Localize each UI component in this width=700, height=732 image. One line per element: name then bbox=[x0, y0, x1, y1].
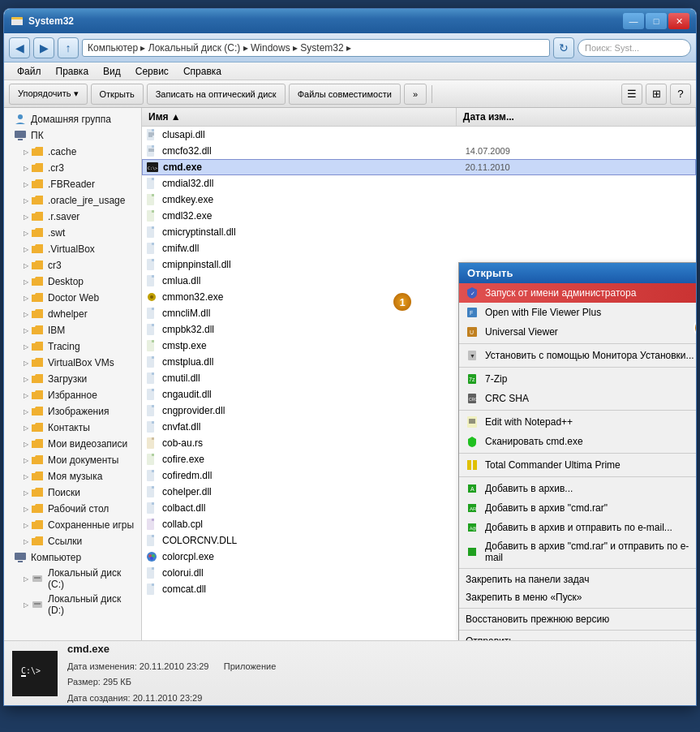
ctx-archive-email[interactable]: A@ Добавить в архив и отправить по e-mai… bbox=[459, 518, 696, 537]
sidebar-item-searches[interactable]: ▷ Поиски bbox=[4, 484, 141, 501]
sidebar-vms-label: VirtualBox VMs bbox=[48, 357, 114, 368]
sidebar-item-homegroup[interactable]: Домашняя группа bbox=[4, 111, 141, 127]
menu-file[interactable]: Файл bbox=[11, 64, 48, 79]
file-row[interactable]: cmifw.dll bbox=[142, 240, 696, 256]
sidebar-item-fbreader[interactable]: ▷ .FBReader bbox=[4, 176, 141, 192]
sidebar-item-dwhelper[interactable]: ▷ dwhelper bbox=[4, 306, 141, 322]
sidebar-item-computer[interactable]: Компьютер bbox=[4, 549, 141, 566]
ctx-archive-email-label: Добавить в архив и отправить по e-mail..… bbox=[485, 522, 696, 533]
close-button[interactable]: ✕ bbox=[668, 13, 689, 29]
ctx-universal-viewer[interactable]: U Universal Viewer bbox=[459, 322, 696, 342]
sidebar-item-cr3[interactable]: ▷ .cr3 bbox=[4, 160, 141, 176]
sidebar-item-music[interactable]: ▷ Моя музыка bbox=[4, 468, 141, 484]
sidebar-item-docs[interactable]: ▷ Мои документы bbox=[4, 452, 141, 468]
file-row[interactable]: cmdial32.dll bbox=[142, 175, 696, 192]
menu-service[interactable]: Сервис bbox=[129, 64, 175, 79]
drive-d-icon bbox=[31, 598, 44, 611]
sidebar-item-swt[interactable]: ▷ .swt bbox=[4, 225, 141, 241]
up-button[interactable]: ↑ bbox=[58, 37, 79, 58]
file-row[interactable]: cmcfo32.dll 14.07.2009 bbox=[142, 143, 696, 159]
file-row[interactable]: clusapi.dll bbox=[142, 127, 696, 143]
ctx-add-rar[interactable]: AR Добавить в архив "cmd.rar" bbox=[459, 498, 696, 518]
file-row[interactable]: cmdkey.exe bbox=[142, 192, 696, 208]
sidebar-item-workdesk[interactable]: ▷ Рабочий стол bbox=[4, 501, 141, 517]
maximize-button[interactable]: □ bbox=[646, 13, 667, 29]
file-name: cofiredm.dll bbox=[162, 470, 466, 481]
more-button[interactable]: » bbox=[404, 84, 427, 105]
menu-help[interactable]: Справка bbox=[177, 64, 228, 79]
ctx-notepad[interactable]: Edit with Notepad++ bbox=[459, 412, 696, 432]
sidebar-item-links[interactable]: ▷ Ссылки bbox=[4, 533, 141, 549]
sidebar-item-drive-c[interactable]: ▷ Локальный диск (C:) bbox=[4, 566, 141, 592]
open-button[interactable]: Открыть bbox=[91, 84, 144, 105]
burn-button[interactable]: Записать на оптический диск bbox=[147, 84, 286, 105]
file-row[interactable]: cmdl32.exe bbox=[142, 208, 696, 224]
file-name: cmstplua.dll bbox=[162, 356, 466, 368]
svg-rect-35 bbox=[152, 243, 154, 245]
svg-rect-1 bbox=[11, 19, 23, 25]
view-details-button[interactable]: ☰ bbox=[621, 84, 642, 105]
view-icons-button[interactable]: ⊞ bbox=[646, 84, 667, 105]
sidebar-item-desktop[interactable]: ▷ Desktop bbox=[4, 273, 141, 290]
address-path[interactable]: Компьютер ▸ Локальный диск (C:) ▸ Window… bbox=[82, 39, 550, 57]
svg-text:▼: ▼ bbox=[470, 353, 475, 359]
ctx-totalcommander[interactable]: Total Commander Ultima Prime ▶ bbox=[459, 455, 696, 475]
compat-button[interactable]: Файлы совместимости bbox=[289, 84, 401, 105]
ctx-open-fileviewer[interactable]: F Open with File Viewer Plus bbox=[459, 303, 696, 322]
folder-icon-wd bbox=[31, 502, 44, 515]
sidebar-item-contacts[interactable]: ▷ Контакты bbox=[4, 420, 141, 436]
col-header-date[interactable]: Дата изм... bbox=[457, 108, 696, 126]
sidebar-item-savedgames[interactable]: ▷ Сохраненные игры bbox=[4, 517, 141, 533]
ctx-notepad-label: Edit with Notepad++ bbox=[485, 416, 696, 428]
menu-edit[interactable]: Правка bbox=[49, 64, 96, 79]
sidebar-item-favorites[interactable]: ▷ Избранное bbox=[4, 387, 141, 403]
sidebar-item-vbox[interactable]: ▷ .VirtualBox bbox=[4, 241, 141, 257]
ctx-send[interactable]: Отправить ▶ bbox=[459, 632, 696, 640]
sidebar-downloads-label: Загрузки bbox=[48, 373, 87, 385]
ctx-crc[interactable]: CRC CRC SHA ▶ bbox=[459, 389, 696, 408]
ctx-7zip[interactable]: 7z 7-Zip ▶ bbox=[459, 369, 696, 389]
ctx-pin-start[interactable]: Закрепить в меню «Пуск» bbox=[459, 588, 696, 606]
folder-icon-cr3b bbox=[31, 259, 44, 272]
sidebar-item-videos[interactable]: ▷ Мои видеозаписи bbox=[4, 436, 141, 452]
sidebar-item-cr3b[interactable]: ▷ cr3 bbox=[4, 257, 141, 273]
ctx-scan[interactable]: Сканировать cmd.exe bbox=[459, 432, 696, 451]
minimize-button[interactable]: — bbox=[623, 13, 644, 29]
help-button[interactable]: ? bbox=[670, 84, 691, 105]
file-row-cmdexe[interactable]: C:\> cmd.exe 20.11.2010 bbox=[142, 159, 696, 175]
ctx-add-archive[interactable]: A Добавить в архив... bbox=[459, 479, 696, 498]
back-button[interactable]: ◀ bbox=[9, 37, 30, 58]
ctx-install-monitor[interactable]: ▼ Установить с помощью Монитора Установк… bbox=[459, 346, 696, 365]
col-header-name[interactable]: Имя ▲ bbox=[142, 108, 457, 126]
menu-view[interactable]: Вид bbox=[97, 64, 127, 79]
forward-button[interactable]: ▶ bbox=[33, 37, 54, 58]
sidebar-item-oracle[interactable]: ▷ .oracle_jre_usage bbox=[4, 192, 141, 209]
ctx-divider bbox=[459, 608, 696, 609]
sidebar-item-ibm[interactable]: ▷ IBM bbox=[4, 322, 141, 338]
ctx-pin-taskbar[interactable]: Закрепить на панели задач bbox=[459, 571, 696, 588]
ctx-run-as-admin[interactable]: ✓ Запуск от имени администратора bbox=[459, 283, 696, 303]
sidebar-item-drive-d[interactable]: ▷ Локальный диск (D:) bbox=[4, 592, 141, 618]
file-row[interactable]: cmicryptinstall.dll bbox=[142, 224, 696, 240]
folder-icon-img bbox=[31, 405, 44, 418]
folder-icon-cr3 bbox=[31, 161, 44, 174]
sidebar-item-pc[interactable]: ПК bbox=[4, 127, 141, 144]
exe-icon: C:\> bbox=[146, 161, 159, 174]
search-box[interactable]: Поиск: Syst... bbox=[578, 39, 691, 57]
dll-icon bbox=[145, 583, 158, 596]
sidebar-item-rsaver[interactable]: ▷ .r.saver bbox=[4, 209, 141, 225]
sidebar-item-cache[interactable]: ▷ .cache bbox=[4, 144, 141, 160]
sidebar-item-downloads[interactable]: ▷ Загрузки bbox=[4, 371, 141, 387]
ctx-rar-email[interactable]: Добавить в архив "cmd.rar" и отправить п… bbox=[459, 537, 696, 566]
ctx-restore[interactable]: Восстановить прежнюю версию bbox=[459, 610, 696, 628]
expand-icon-cont: ▷ bbox=[24, 424, 28, 432]
created-value: 20.11.2010 23:29 bbox=[133, 693, 203, 703]
sidebar-item-images[interactable]: ▷ Изображения bbox=[4, 403, 141, 420]
organize-button[interactable]: Упорядочить ▾ bbox=[9, 84, 88, 105]
sidebar-item-drweb[interactable]: ▷ Doctor Web bbox=[4, 290, 141, 306]
expand-icon-vbox: ▷ bbox=[24, 246, 28, 253]
sidebar-item-vboxvms[interactable]: ▷ VirtualBox VMs bbox=[4, 355, 141, 371]
sidebar-item-tracing[interactable]: ▷ Tracing bbox=[4, 338, 141, 355]
refresh-button[interactable]: ↻ bbox=[553, 37, 574, 58]
svg-text:CRC: CRC bbox=[469, 397, 478, 402]
